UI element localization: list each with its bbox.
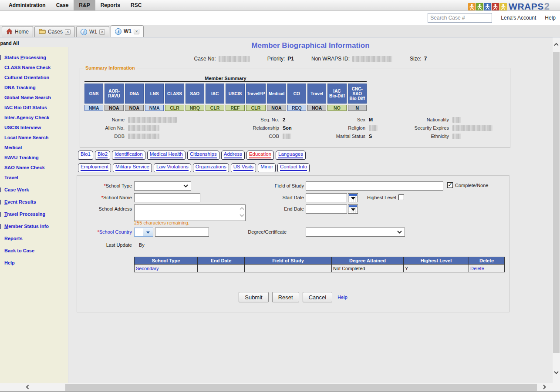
menu-item[interactable]: Administration [3, 0, 51, 10]
bio-tab[interactable]: Employment [78, 163, 111, 172]
window-tab[interactable]: Cases × [34, 26, 75, 37]
school-address-textarea[interactable] [134, 204, 246, 221]
sidebar-item[interactable]: CLASS Name Check [4, 65, 65, 70]
submit-button[interactable]: Submit [239, 292, 268, 302]
end-date-calendar-button[interactable] [348, 204, 358, 214]
sidebar-item[interactable]: Back to Case [4, 248, 65, 254]
menu-item[interactable]: Case [51, 0, 74, 10]
scroll-down-icon[interactable] [240, 213, 244, 218]
school-country-input[interactable] [155, 228, 209, 237]
highest-level-checkbox[interactable] [398, 194, 404, 200]
sidebar-item-link[interactable]: RAVU Tracking [4, 155, 39, 160]
sidebar-item[interactable]: Travel Processing [4, 211, 65, 217]
expand-all-link[interactable]: Expand All [0, 40, 63, 46]
window-tab[interactable]: i W1 × [76, 26, 109, 37]
sidebar-item-link[interactable]: Case Work [4, 187, 29, 192]
menu-item[interactable]: R&P [74, 0, 95, 10]
sidebar-item-link[interactable]: Member Status Info [4, 224, 49, 229]
window-tab[interactable]: i W1 × [111, 25, 144, 37]
bio-tab[interactable]: Education [246, 151, 274, 160]
bio-tab[interactable]: Organizations [193, 163, 229, 172]
start-date-input[interactable] [306, 193, 347, 202]
bio-tab[interactable]: Identification [112, 151, 145, 160]
sidebar-item-link[interactable]: Help [4, 260, 15, 265]
end-date-input[interactable] [306, 204, 347, 214]
sidebar-item[interactable]: Local Name Search [4, 135, 65, 141]
sidebar-item[interactable]: Inter-Agency Check [4, 115, 65, 121]
sidebar-item-link[interactable]: DNA Tracking [4, 85, 36, 90]
sidebar-item[interactable]: IAC Bio Diff Status [4, 105, 65, 111]
sidebar-item[interactable]: Case Work [4, 187, 65, 193]
scroll-up-arrow-icon[interactable] [553, 41, 560, 48]
bio-tab[interactable]: US Visits [231, 163, 256, 172]
bio-tab[interactable]: Contact Info [277, 163, 310, 172]
scroll-left-arrow-icon[interactable] [24, 383, 31, 391]
sidebar-item[interactable]: Medical [4, 145, 65, 151]
sidebar-item[interactable]: Cultural Orientation [4, 75, 65, 80]
account-link[interactable]: Lena's Account [501, 15, 536, 21]
close-icon[interactable]: × [99, 29, 105, 35]
scroll-right-arrow-icon[interactable] [541, 383, 548, 391]
scroll-down-arrow-icon[interactable] [553, 369, 560, 376]
sidebar-item-link[interactable]: Local Name Search [4, 135, 49, 140]
horizontal-scrollbar[interactable] [0, 383, 553, 391]
sidebar-item-link[interactable]: Cultural Orientation [4, 75, 49, 80]
reset-button[interactable]: Reset [272, 292, 299, 302]
horizontal-scroll-thumb[interactable] [65, 384, 537, 391]
sidebar-item-link[interactable]: Travel Processing [4, 211, 45, 217]
close-icon[interactable]: × [65, 29, 71, 35]
window-tab[interactable]: Home [2, 26, 33, 37]
bio-tab[interactable]: Law Violations [154, 163, 191, 172]
sidebar-item[interactable]: DNA Tracking [4, 85, 65, 90]
bio-tab[interactable]: Military Service [113, 163, 152, 172]
menu-item[interactable]: Reports [95, 0, 125, 10]
sidebar-item-link[interactable]: Travel [4, 175, 18, 180]
sidebar-item-link[interactable]: USCIS Interview [4, 125, 41, 130]
sidebar-item[interactable]: USCIS Interview [4, 125, 65, 131]
sidebar-item[interactable]: Event Results [4, 199, 65, 205]
degree-certificate-select[interactable] [306, 228, 405, 237]
sidebar-item-link[interactable]: Medical [4, 145, 22, 150]
vertical-scroll-thumb[interactable] [553, 52, 560, 353]
sidebar-item-link[interactable]: Global Name Search [4, 95, 51, 100]
search-case-input[interactable] [428, 13, 492, 23]
bio-tab[interactable]: Bio1 [78, 151, 93, 160]
bio-tab[interactable]: Minor [258, 163, 276, 172]
sidebar-item-link[interactable]: IAC Bio Diff Status [4, 105, 47, 110]
cancel-button[interactable]: Cancel [303, 292, 332, 302]
school-type-link[interactable]: Secondary [136, 266, 159, 271]
sidebar-item[interactable]: Help [4, 260, 65, 266]
sidebar-item-link[interactable]: Reports [4, 236, 23, 241]
bio-tab[interactable]: Citizenships [187, 151, 219, 160]
bio-tab[interactable]: Languages [276, 151, 306, 160]
sidebar-item[interactable]: Global Name Search [4, 95, 65, 101]
summary-column-header: AOR-RAVU [105, 84, 123, 104]
sidebar-item-link[interactable]: Inter-Agency Check [4, 115, 49, 120]
menu-item[interactable]: RSC [125, 0, 147, 10]
sidebar-item[interactable]: SAO Name Check [4, 165, 65, 171]
header-help-link[interactable]: Help [545, 15, 556, 21]
sidebar-item[interactable]: Member Status Info [4, 224, 65, 229]
school-type-select[interactable] [134, 181, 191, 191]
sidebar-item-link[interactable]: Back to Case [4, 248, 34, 253]
close-icon[interactable]: × [134, 29, 139, 34]
field-of-study-input[interactable] [306, 181, 443, 191]
bio-tab[interactable]: Address [221, 151, 245, 160]
sidebar-item[interactable]: RAVU Tracking [4, 155, 65, 161]
form-help-link[interactable]: Help [337, 295, 347, 300]
sidebar-item-link[interactable]: SAO Name Check [4, 165, 45, 170]
delete-link[interactable]: Delete [470, 266, 484, 271]
school-name-input[interactable] [134, 193, 200, 202]
complete-none-checkbox[interactable] [447, 182, 453, 188]
sidebar-item-link[interactable]: Status Processing [4, 55, 46, 60]
school-country-combo[interactable] [134, 228, 153, 237]
sidebar-item-link[interactable]: CLASS Name Check [4, 65, 51, 70]
sidebar-item-link[interactable]: Event Results [4, 199, 36, 204]
start-date-calendar-button[interactable] [348, 193, 358, 202]
sidebar-item[interactable]: Status Processing [4, 55, 65, 60]
sidebar-item[interactable]: Reports [4, 236, 65, 241]
bio-tab[interactable]: Medical Health [147, 151, 186, 160]
bio-tab[interactable]: Bio2 [95, 151, 110, 160]
sidebar-item[interactable]: Travel [4, 175, 65, 181]
vertical-scrollbar[interactable] [553, 37, 560, 383]
